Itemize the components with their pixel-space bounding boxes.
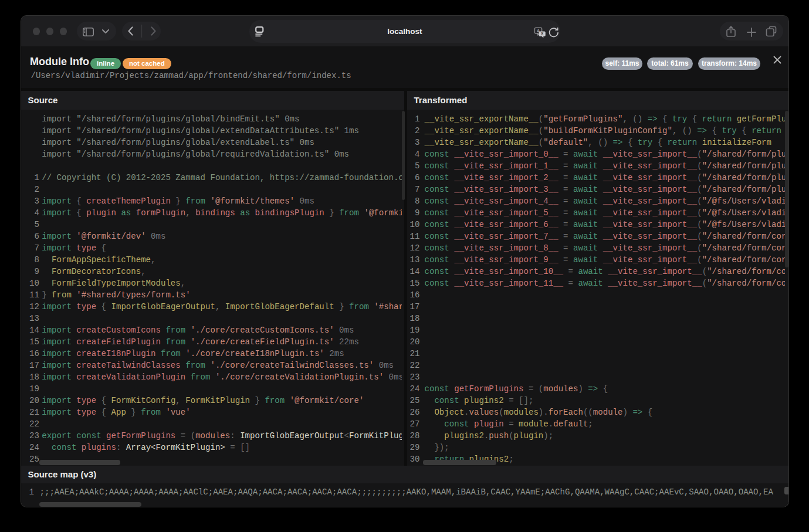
svg-text:x: x bbox=[541, 31, 543, 35]
